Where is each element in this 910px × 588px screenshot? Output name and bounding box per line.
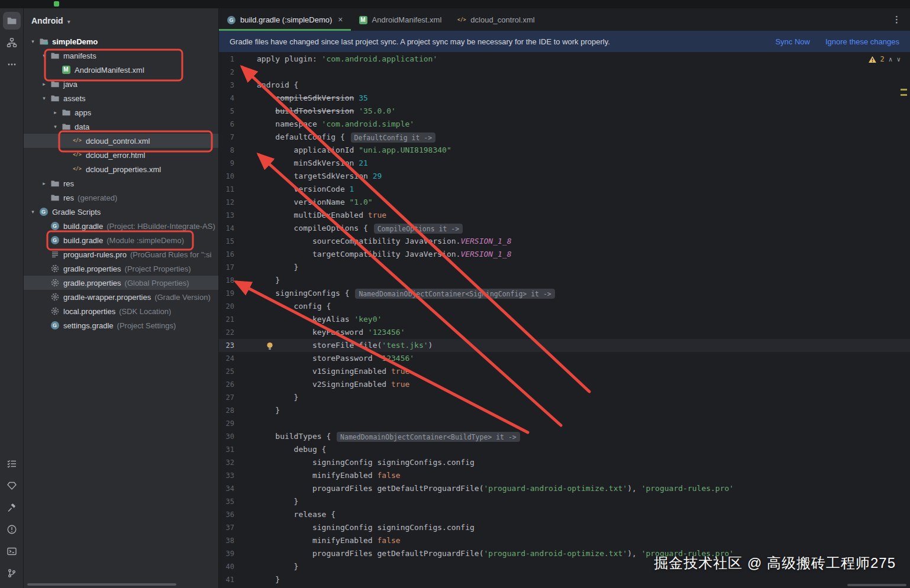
chevron-right-icon[interactable]: ▸ <box>40 81 49 87</box>
tree-item-manifests[interactable]: ▾manifests <box>24 49 218 63</box>
code-editor[interactable]: 1apply plugin: 'com.android.application'… <box>219 52 910 588</box>
code-line[interactable]: 5 buildToolsVersion '35.0.0' <box>219 105 910 118</box>
line-number[interactable]: 11 <box>219 183 234 196</box>
line-number[interactable]: 24 <box>219 352 234 365</box>
tree-item-res[interactable]: ▸res <box>24 176 218 190</box>
line-number[interactable]: 34 <box>219 482 234 495</box>
version-control-tool-button[interactable] <box>3 564 21 582</box>
horizontal-scrollbar[interactable] <box>847 584 906 586</box>
tree-item-gradle-wrapper-properties-gradle-version[interactable]: gradle-wrapper.properties(Gradle Version… <box>24 290 218 304</box>
line-number[interactable]: 32 <box>219 456 234 469</box>
line-number[interactable]: 1 <box>219 53 234 66</box>
chevron-down-icon[interactable]: ▾ <box>28 209 37 215</box>
tree-item-dcloud-error-html[interactable]: </>dcloud_error.html <box>24 148 218 162</box>
line-number[interactable]: 18 <box>219 274 234 287</box>
line-number[interactable]: 6 <box>219 118 234 131</box>
close-tab-icon[interactable]: × <box>338 15 343 24</box>
line-number[interactable]: 9 <box>219 157 234 170</box>
code-line[interactable]: 18 } <box>219 274 910 287</box>
line-number[interactable]: 23 <box>219 339 234 352</box>
code-line[interactable]: 27 } <box>219 391 910 404</box>
line-number[interactable]: 37 <box>219 521 234 534</box>
tree-item-dcloud-control-xml[interactable]: </>dcloud_control.xml <box>24 134 218 148</box>
code-line[interactable]: 2 <box>219 66 910 79</box>
tree-item-dcloud-properties-xml[interactable]: </>dcloud_properties.xml <box>24 162 218 176</box>
project-view-selector[interactable]: Android ▾ <box>24 8 218 33</box>
code-line[interactable]: 8 applicationId "uni.app.UNI8198340" <box>219 144 910 157</box>
tab-build-gradle-simpledemo[interactable]: Gbuild.gradle (:simpleDemo)× <box>219 8 351 31</box>
code-line[interactable]: 41 } <box>219 573 910 586</box>
code-line[interactable]: 35 } <box>219 495 910 508</box>
tree-item-data[interactable]: ▾data <box>24 119 218 134</box>
tree-item-apps[interactable]: ▸apps <box>24 105 218 119</box>
line-number[interactable]: 27 <box>219 391 234 404</box>
tree-item-build-gradle-project-hbuilder-integrate-as[interactable]: Gbuild.gradle(Project: HBuilder-Integrat… <box>24 219 218 233</box>
line-number[interactable]: 26 <box>219 378 234 391</box>
tree-item-assets[interactable]: ▾assets <box>24 91 218 105</box>
line-number[interactable]: 41 <box>219 573 234 586</box>
warning-stripe-mark[interactable] <box>901 89 907 91</box>
line-number[interactable]: 15 <box>219 235 234 248</box>
line-number[interactable]: 10 <box>219 170 234 183</box>
code-line[interactable]: 31 debug { <box>219 443 910 456</box>
code-line[interactable]: 24 storePassword '123456' <box>219 352 910 365</box>
code-line[interactable]: 3android { <box>219 79 910 92</box>
pull-requests-tool-button[interactable] <box>3 477 21 495</box>
code-line[interactable]: 13 multiDexEnabled true <box>219 209 910 222</box>
line-number[interactable]: 36 <box>219 508 234 521</box>
code-line[interactable]: 4 compileSdkVersion 35 <box>219 92 910 105</box>
line-number[interactable]: 8 <box>219 144 234 157</box>
line-number[interactable]: 35 <box>219 495 234 508</box>
code-line[interactable]: 11 versionCode 1 <box>219 183 910 196</box>
project-tool-button[interactable] <box>3 12 21 30</box>
code-line[interactable]: 28 } <box>219 404 910 417</box>
build-tool-button[interactable] <box>3 499 21 516</box>
line-number[interactable]: 22 <box>219 326 234 339</box>
code-line[interactable]: 19 signingConfigs { NamedDomainObjectCon… <box>219 287 910 300</box>
intention-bulb-icon[interactable] <box>266 341 274 350</box>
line-number[interactable]: 28 <box>219 404 234 417</box>
line-number[interactable]: 31 <box>219 443 234 456</box>
line-number[interactable]: 5 <box>219 105 234 118</box>
tree-item-res-generated[interactable]: res(generated) <box>24 190 218 205</box>
line-number[interactable]: 21 <box>219 313 234 326</box>
tree-item-local-properties-sdk-location[interactable]: local.properties(SDK Location) <box>24 304 218 318</box>
code-line[interactable]: 9 minSdkVersion 21 <box>219 157 910 170</box>
prev-problem-icon[interactable]: ∧ <box>889 56 893 63</box>
structure-tool-button[interactable] <box>3 34 21 51</box>
code-line[interactable]: 26 v2SigningEnabled true <box>219 378 910 391</box>
code-line[interactable]: 32 signingConfig signingConfigs.config <box>219 456 910 469</box>
line-number[interactable]: 12 <box>219 196 234 209</box>
code-line[interactable]: 23 storeFile file('test.jks') <box>219 339 910 352</box>
code-line[interactable]: 36 release { <box>219 508 910 521</box>
sync-now-link[interactable]: Sync Now <box>775 37 810 46</box>
ignore-changes-link[interactable]: Ignore these changes <box>825 37 899 46</box>
chevron-right-icon[interactable]: ▸ <box>51 109 60 115</box>
line-number[interactable]: 19 <box>219 287 234 300</box>
code-line[interactable]: 6 namespace 'com.android.simple' <box>219 118 910 131</box>
code-line[interactable]: 17 } <box>219 261 910 274</box>
chevron-down-icon[interactable]: ▾ <box>28 38 37 44</box>
line-number[interactable]: 3 <box>219 79 234 92</box>
chevron-down-icon[interactable]: ▾ <box>40 53 49 59</box>
inspections-widget[interactable]: 2 ∧ ∨ <box>869 55 901 63</box>
chevron-right-icon[interactable]: ▸ <box>40 180 49 186</box>
line-number[interactable]: 17 <box>219 261 234 274</box>
code-line[interactable]: 1apply plugin: 'com.android.application' <box>219 53 910 66</box>
tab-options-kebab-icon[interactable]: ⋮ <box>883 14 910 25</box>
code-line[interactable]: 14 compileOptions { CompileOptions it -> <box>219 222 910 235</box>
code-line[interactable]: 34 proguardFiles getDefaultProguardFile(… <box>219 482 910 495</box>
code-line[interactable]: 22 keyPassword '123456' <box>219 326 910 339</box>
chevron-down-icon[interactable]: ▾ <box>51 124 60 130</box>
code-line[interactable]: 21 keyAlias 'key0' <box>219 313 910 326</box>
line-number[interactable]: 33 <box>219 469 234 482</box>
line-number[interactable]: 29 <box>219 417 234 430</box>
line-number[interactable]: 38 <box>219 534 234 547</box>
tree-item-settings-gradle-project-settings[interactable]: Gsettings.gradle(Project Settings) <box>24 318 218 332</box>
tab-dcloud-control-xml[interactable]: </>dcloud_control.xml <box>449 8 542 31</box>
tree-item-build-gradle-module-simpledemo[interactable]: Gbuild.gradle(Module :simpleDemo) <box>24 233 218 247</box>
next-problem-icon[interactable]: ∨ <box>896 56 901 63</box>
code-line[interactable]: 7 defaultConfig { DefaultConfig it -> <box>219 131 910 144</box>
line-number[interactable]: 14 <box>219 222 234 235</box>
line-number[interactable]: 30 <box>219 430 234 443</box>
